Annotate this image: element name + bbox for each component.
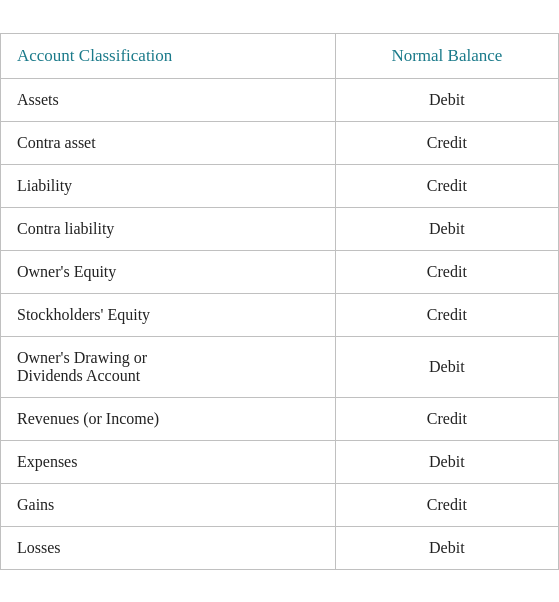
classification-cell: Stockholders' Equity [1, 293, 335, 336]
normal-balance-cell: Debit [335, 207, 558, 250]
table-row: Stockholders' EquityCredit [1, 293, 558, 336]
account-classification-table: Account Classification Normal Balance As… [0, 33, 559, 570]
normal-balance-cell: Credit [335, 121, 558, 164]
classification-cell: Expenses [1, 440, 335, 483]
table-row: Owner's EquityCredit [1, 250, 558, 293]
header-classification: Account Classification [1, 34, 335, 79]
normal-balance-cell: Credit [335, 483, 558, 526]
classification-cell: Owner's Equity [1, 250, 335, 293]
table-row: GainsCredit [1, 483, 558, 526]
table-row: AssetsDebit [1, 78, 558, 121]
normal-balance-cell: Credit [335, 164, 558, 207]
classification-cell: Assets [1, 78, 335, 121]
normal-balance-cell: Debit [335, 336, 558, 397]
classification-cell: Contra liability [1, 207, 335, 250]
classification-cell: Gains [1, 483, 335, 526]
table-row: ExpensesDebit [1, 440, 558, 483]
table-row: Contra assetCredit [1, 121, 558, 164]
table-row: LossesDebit [1, 526, 558, 569]
table-header-row: Account Classification Normal Balance [1, 34, 558, 79]
classification-cell: Liability [1, 164, 335, 207]
normal-balance-cell: Debit [335, 78, 558, 121]
normal-balance-cell: Debit [335, 526, 558, 569]
classification-cell: Losses [1, 526, 335, 569]
table-row: Owner's Drawing orDividends AccountDebit [1, 336, 558, 397]
normal-balance-cell: Credit [335, 250, 558, 293]
header-normal-balance: Normal Balance [335, 34, 558, 79]
table-row: Contra liabilityDebit [1, 207, 558, 250]
classification-cell: Owner's Drawing orDividends Account [1, 336, 335, 397]
table-row: LiabilityCredit [1, 164, 558, 207]
normal-balance-cell: Credit [335, 397, 558, 440]
classification-cell: Contra asset [1, 121, 335, 164]
normal-balance-cell: Credit [335, 293, 558, 336]
table-row: Revenues (or Income)Credit [1, 397, 558, 440]
normal-balance-cell: Debit [335, 440, 558, 483]
classification-cell: Revenues (or Income) [1, 397, 335, 440]
